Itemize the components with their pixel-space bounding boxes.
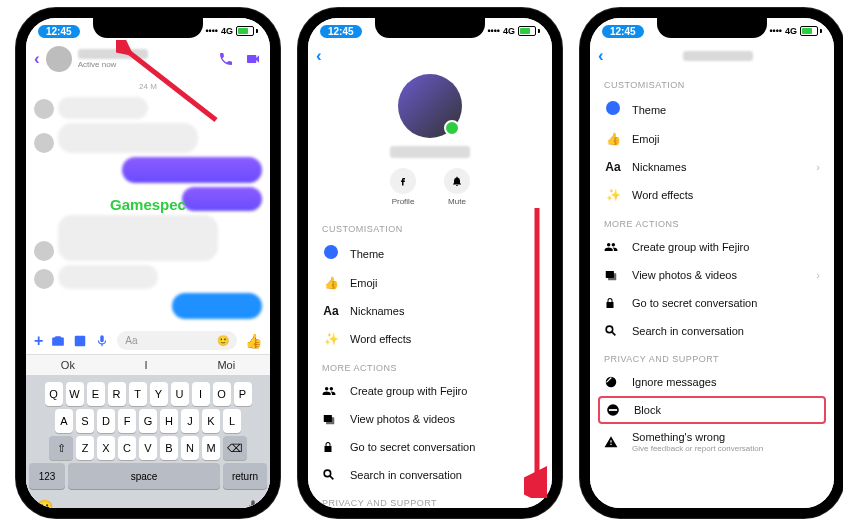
key-h[interactable]: H [160,409,178,433]
avatar-large[interactable] [398,74,462,138]
sparkle-icon: ✨ [604,188,622,202]
svg-rect-3 [326,417,334,424]
key-o[interactable]: O [213,382,231,406]
facebook-icon [390,168,416,194]
key-a[interactable]: A [55,409,73,433]
emoji-in-input-icon[interactable]: 🙂 [217,335,229,346]
text-icon: Aa [322,304,340,318]
item-secret-conversation[interactable]: Go to secret conversation [308,433,552,461]
key-z[interactable]: Z [76,436,94,460]
section-privacy: PRIVACY AND SUPPORT [590,344,834,368]
key-u[interactable]: U [171,382,189,406]
item-theme[interactable]: Theme [308,238,552,269]
status-time: 12:45 [320,25,362,38]
item-emoji[interactable]: 👍Emoji [590,125,834,153]
key-r[interactable]: R [108,382,126,406]
phone-chat: 12:45 ••••4G ‹ Active now 2 [16,8,280,518]
item-somethings-wrong[interactable]: Something's wrongGive feedback or report… [590,424,834,460]
annotation-arrow-header [116,40,226,130]
key-shift[interactable]: ⇧ [49,436,73,460]
back-button[interactable]: ‹ [34,49,40,69]
theme-icon [324,245,338,259]
item-create-group[interactable]: Create group with Fejiro [308,377,552,405]
svg-line-1 [126,50,216,120]
item-ignore-messages[interactable]: Ignore messages [590,368,834,396]
block-icon [606,403,624,417]
key-w[interactable]: W [66,382,84,406]
key-e[interactable]: E [87,382,105,406]
key-space[interactable]: space [68,463,220,489]
status-time: 12:45 [602,25,644,38]
key-q[interactable]: Q [45,382,63,406]
key-s[interactable]: S [76,409,94,433]
key-j[interactable]: J [181,409,199,433]
search-icon [604,324,622,337]
key-y[interactable]: Y [150,382,168,406]
mic-icon[interactable] [95,334,109,348]
keyboard[interactable]: QWERTYUIOP ASDFGHJKL ⇧ZXCVBNM⌫ 123 space… [26,375,270,495]
item-search-in-conversation[interactable]: Search in conversation [590,317,834,344]
sugg-2[interactable]: I [145,359,148,371]
key-c[interactable]: C [118,436,136,460]
item-nicknames[interactable]: AaNicknames› [590,153,834,181]
keyboard-suggestions[interactable]: Ok I Moi [26,354,270,375]
key-p[interactable]: P [234,382,252,406]
key-return[interactable]: return [223,463,267,489]
item-create-group[interactable]: Create group with Fejiro [590,233,834,261]
quick-profile[interactable]: Profile [390,168,416,206]
key-f[interactable]: F [118,409,136,433]
profile-header: Profile Mute [308,70,552,214]
item-secret-conversation[interactable]: Go to secret conversation [590,289,834,317]
ignore-icon [604,375,622,389]
key-g[interactable]: G [139,409,157,433]
item-search-in-conversation[interactable]: Search in conversation [308,461,552,488]
item-nicknames[interactable]: AaNicknames› [308,297,552,325]
key-k[interactable]: K [202,409,220,433]
key-l[interactable]: L [223,409,241,433]
keyboard-bottom: 😀 [26,495,270,508]
avatar[interactable] [46,46,72,72]
dictate-icon[interactable] [246,499,260,508]
like-icon[interactable]: 👍 [245,333,262,349]
key-backspace[interactable]: ⌫ [223,436,247,460]
key-d[interactable]: D [97,409,115,433]
input-placeholder: Aa [125,335,137,346]
bell-icon [444,168,470,194]
back-button[interactable]: ‹ [598,46,604,66]
notch [375,16,485,38]
phone-settings-bottom: 12:45 ••••4G ‹ CUSTOMISATION Theme 👍Emoj… [580,8,843,518]
item-emoji[interactable]: 👍Emoji [308,269,552,297]
emoji-kb-icon[interactable]: 😀 [36,499,53,508]
watermark: Gamespec [110,196,186,213]
video-icon[interactable] [244,51,262,67]
key-v[interactable]: V [139,436,157,460]
key-t[interactable]: T [129,382,147,406]
item-view-photos[interactable]: View photos & videos› [308,405,552,433]
phone-settings-top: 12:45 ••••4G ‹ Profile Mute CUSTOMISATIO… [298,8,562,518]
sugg-3[interactable]: Moi [217,359,235,371]
item-theme[interactable]: Theme [590,94,834,125]
svg-rect-0 [75,335,86,346]
plus-icon[interactable]: + [34,332,43,350]
key-x[interactable]: X [97,436,115,460]
key-n[interactable]: N [181,436,199,460]
gallery-icon[interactable] [73,334,87,348]
message-input[interactable]: Aa 🙂 [117,331,237,350]
photos-icon [322,412,340,426]
item-block[interactable]: Block [598,396,826,424]
key-i[interactable]: I [192,382,210,406]
item-view-photos[interactable]: View photos & videos› [590,261,834,289]
key-m[interactable]: M [202,436,220,460]
back-button[interactable]: ‹ [316,46,322,66]
text-icon: Aa [604,160,622,174]
notch [657,16,767,38]
item-word-effects[interactable]: ✨Word effects [308,325,552,353]
item-word-effects[interactable]: ✨Word effects [590,181,834,209]
quick-mute[interactable]: Mute [444,168,470,206]
sugg-1[interactable]: Ok [61,359,75,371]
key-123[interactable]: 123 [29,463,65,489]
camera-icon[interactable] [51,334,65,348]
svg-point-9 [606,326,613,333]
presence-dot [444,120,460,136]
key-b[interactable]: B [160,436,178,460]
